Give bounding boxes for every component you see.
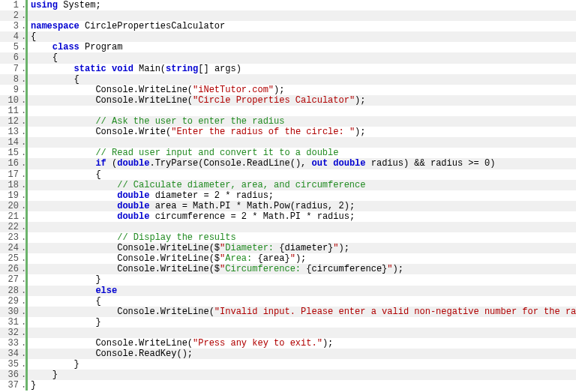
line-number: 20 bbox=[0, 201, 21, 211]
token-kw: namespace bbox=[31, 21, 80, 31]
code-content: { bbox=[31, 31, 576, 42]
line-number: 9 bbox=[0, 85, 21, 95]
token-plain: {diameter} bbox=[279, 243, 333, 253]
token-plain: { bbox=[31, 31, 36, 42]
token-plain: } bbox=[31, 380, 36, 391]
code-line: 1.using System; bbox=[0, 0, 576, 10]
code-content: } bbox=[31, 359, 576, 370]
code-content: else bbox=[31, 286, 576, 296]
line-number: 24 bbox=[0, 243, 21, 253]
code-content: Console.WriteLine($"Diameter: {diameter}… bbox=[31, 243, 576, 253]
change-marker bbox=[26, 222, 28, 232]
change-marker bbox=[26, 106, 28, 116]
code-line: 8. { bbox=[0, 74, 576, 85]
token-kw: double bbox=[117, 190, 149, 201]
token-plain: { bbox=[95, 169, 100, 180]
line-number: 36 bbox=[0, 370, 21, 380]
code-line: 27. } bbox=[0, 274, 576, 285]
token-kw: double bbox=[117, 201, 149, 211]
token-kw: double bbox=[333, 158, 365, 169]
token-kw: double bbox=[117, 158, 149, 169]
change-marker bbox=[26, 85, 28, 95]
code-content: } bbox=[31, 274, 576, 285]
line-number: 29 bbox=[0, 296, 21, 307]
line-number: 32 bbox=[0, 328, 21, 338]
change-marker bbox=[26, 317, 28, 328]
change-marker bbox=[26, 31, 28, 42]
code-content: double diameter = 2 * radius; bbox=[31, 190, 576, 201]
token-plain: } bbox=[95, 317, 100, 328]
token-str: "iNetTutor.com" bbox=[193, 85, 274, 95]
change-marker bbox=[26, 307, 28, 317]
code-content: // Ask the user to enter the radius bbox=[31, 116, 576, 127]
token-plain: {area} bbox=[257, 253, 290, 264]
change-marker bbox=[26, 296, 28, 307]
token-cm: // Display the results bbox=[117, 232, 236, 243]
change-marker bbox=[26, 21, 28, 31]
line-number: 26 bbox=[0, 264, 21, 274]
token-kw: if bbox=[95, 158, 106, 169]
code-line: 36. } bbox=[0, 370, 576, 380]
token-plain: Console.WriteLine( bbox=[95, 338, 193, 349]
token-plain: Console.WriteLine($ bbox=[117, 264, 220, 274]
change-marker bbox=[26, 95, 28, 106]
code-line: 5. class Program bbox=[0, 42, 576, 52]
token-ifstr: Diameter: bbox=[225, 243, 279, 253]
code-line: 34. Console.ReadKey(); bbox=[0, 349, 576, 359]
token-plain: Console.WriteLine( bbox=[117, 307, 214, 317]
code-line: 10. Console.WriteLine("Circle Properties… bbox=[0, 95, 576, 106]
token-plain: ); bbox=[355, 95, 365, 106]
change-marker bbox=[26, 264, 28, 274]
code-line: 7. static void Main(string[] args) bbox=[0, 64, 576, 74]
change-marker bbox=[26, 380, 28, 391]
token-plain: ); bbox=[338, 243, 349, 253]
code-content: static void Main(string[] args) bbox=[31, 64, 576, 74]
token-cm: // Read user input and convert it to a d… bbox=[95, 148, 338, 158]
line-number: 13 bbox=[0, 127, 21, 137]
token-kw: class bbox=[52, 42, 80, 52]
token-str: "Press any key to exit." bbox=[193, 338, 322, 349]
code-content: { bbox=[31, 74, 576, 85]
token-plain: } bbox=[95, 274, 100, 285]
line-number: 12 bbox=[0, 116, 21, 127]
token-plain: CirclePropertiesCalculator bbox=[80, 21, 225, 31]
token-plain: ); bbox=[393, 264, 404, 274]
token-kw: using bbox=[31, 0, 58, 10]
line-number: 25 bbox=[0, 253, 21, 264]
token-cm: // Calculate diameter, area, and circumf… bbox=[117, 180, 365, 190]
token-plain: ); bbox=[322, 338, 333, 349]
change-marker bbox=[26, 243, 28, 253]
line-number: 21 bbox=[0, 211, 21, 222]
token-plain: } bbox=[74, 359, 80, 370]
change-marker bbox=[26, 10, 28, 21]
code-content: // Read user input and convert it to a d… bbox=[31, 148, 576, 158]
code-content: // Calculate diameter, area, and circumf… bbox=[31, 180, 576, 190]
code-line: 6. { bbox=[0, 52, 576, 63]
code-line: 33. Console.WriteLine("Press any key to … bbox=[0, 338, 576, 349]
change-marker bbox=[26, 127, 28, 137]
line-number: 34 bbox=[0, 349, 21, 359]
token-plain: ); bbox=[274, 85, 284, 95]
line-number: 2 bbox=[0, 10, 21, 21]
change-marker bbox=[26, 116, 28, 127]
line-number: 4 bbox=[0, 31, 21, 42]
code-line: 9. Console.WriteLine("iNetTutor.com"); bbox=[0, 85, 576, 95]
change-marker bbox=[26, 0, 28, 10]
change-marker bbox=[26, 169, 28, 180]
line-number: 33 bbox=[0, 338, 21, 349]
code-content: class Program bbox=[31, 42, 576, 52]
code-content: { bbox=[31, 169, 576, 180]
change-marker bbox=[26, 42, 28, 52]
code-content: { bbox=[31, 52, 576, 63]
line-number: 19 bbox=[0, 190, 21, 201]
token-plain: ); bbox=[355, 127, 365, 137]
code-content: double area = Math.PI * Math.Pow(radius,… bbox=[31, 201, 576, 211]
token-plain: Console.WriteLine( bbox=[95, 95, 193, 106]
line-number: 18 bbox=[0, 180, 21, 190]
code-content: if (double.TryParse(Console.ReadLine(), … bbox=[31, 158, 576, 169]
line-number: 3 bbox=[0, 21, 21, 31]
token-plain: } bbox=[52, 370, 58, 380]
token-plain: circumference = 2 * Math.PI * radius; bbox=[149, 211, 355, 222]
token-plain: {circumference} bbox=[306, 264, 387, 274]
line-number: 10 bbox=[0, 95, 21, 106]
